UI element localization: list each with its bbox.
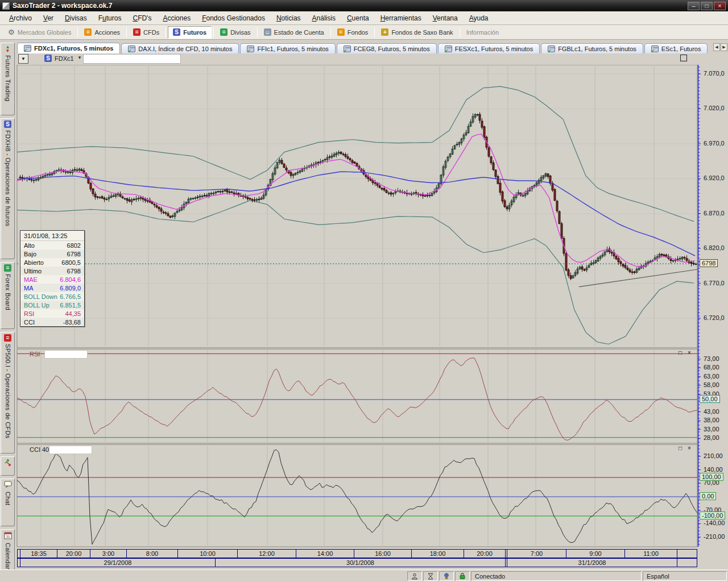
cci-close-button[interactable]: × bbox=[685, 445, 693, 452]
tab-label: FGBLc1, Futuros, 5 minutos bbox=[558, 45, 636, 52]
sidebar-item-darts-icon[interactable] bbox=[1, 456, 15, 476]
sidebar-item-chat[interactable]: Chat bbox=[1, 479, 15, 526]
axis-tick-label: 6.770,0 bbox=[704, 280, 728, 286]
info-label: MA bbox=[24, 285, 34, 292]
info-box-row: CCI-83,68 bbox=[20, 318, 84, 326]
cci-level-box: 0,00 bbox=[700, 492, 716, 500]
chart-window-icon: ✓ bbox=[247, 45, 254, 52]
symbol-input[interactable] bbox=[83, 54, 181, 64]
close-button[interactable]: × bbox=[714, 2, 726, 10]
toolbar-separator bbox=[330, 27, 331, 38]
forex-board-icon: = bbox=[4, 264, 11, 272]
rsi-settings-input[interactable] bbox=[44, 350, 88, 359]
sidebar-item-sp500-i-operaciones-de-cfds[interactable]: =SP500.I - Operaciones de CFDs bbox=[1, 332, 15, 454]
symbol-label[interactable]: FDXc1 bbox=[55, 55, 74, 62]
tab-scroll-right-button[interactable]: ▶ bbox=[721, 43, 727, 51]
menu-item-divisas[interactable]: Divisas bbox=[59, 13, 93, 24]
toolbar-button-mercados-globales[interactable]: ⚙Mercados Globales bbox=[3, 26, 76, 39]
chart-plot-area[interactable] bbox=[16, 65, 701, 548]
toolbar-button-acciones[interactable]: =Acciones bbox=[80, 26, 125, 39]
toolbar-button-label: Divisas bbox=[230, 29, 250, 36]
toolbar-button-label: Mercados Globales bbox=[18, 29, 72, 36]
tab-scroll-left-button[interactable]: ◀ bbox=[713, 43, 720, 51]
tab-fdxc1[interactable]: ✓FDXc1, Futuros, 5 minutos bbox=[17, 43, 120, 53]
cci-level-box: -100,00 bbox=[700, 512, 725, 519]
chart-info-box: 31/01/08, 13:25Alto6802Bajo6798Abierto68… bbox=[20, 230, 85, 327]
menu-item-cfd-s[interactable]: CFD's bbox=[127, 13, 157, 24]
time-axis-cell: 9:00 bbox=[566, 549, 624, 558]
network-status-cell bbox=[439, 571, 454, 581]
menu-item-acciones[interactable]: Acciones bbox=[157, 13, 196, 24]
menu-item-an-lisis[interactable]: Análisis bbox=[307, 13, 341, 24]
toolbar-button-informaci-n[interactable]: Información bbox=[462, 26, 503, 39]
sidebar-item-futures-trading[interactable]: ▲▼Futures Trading bbox=[1, 43, 15, 115]
info-box-row: BOLL Down6.766,5 bbox=[20, 292, 84, 301]
sidebar-item-label: Forex Board bbox=[5, 274, 11, 310]
menu-item-ver[interactable]: Ver bbox=[38, 13, 59, 24]
tab-fgblc1[interactable]: ✓FGBLc1, Futuros, 5 minutos bbox=[541, 43, 643, 53]
last-price-box: 6798 bbox=[700, 259, 718, 267]
toolbar-separator bbox=[166, 27, 166, 38]
menu-item-cuenta[interactable]: Cuenta bbox=[341, 13, 375, 24]
menu-bar: ArchivoVerDivisasFuturosCFD'sAccionesFon… bbox=[0, 11, 728, 25]
menu-item-ayuda[interactable]: Ayuda bbox=[464, 13, 494, 24]
toolbar-separator bbox=[213, 27, 214, 38]
toolbar-button-label: Acciones bbox=[94, 29, 120, 36]
user-status-cell bbox=[407, 571, 422, 581]
toolbar-button-divisas[interactable]: =Divisas bbox=[216, 26, 255, 39]
toolbar-button-estado-de-cuenta[interactable]: ☺Estado de Cuenta bbox=[259, 26, 329, 39]
axis-tick-label: 28,00 bbox=[704, 434, 728, 441]
menu-item-futuros[interactable]: Futuros bbox=[93, 13, 127, 24]
toolbar-button-label: Estado de Cuenta bbox=[274, 29, 324, 36]
rsi-close-button[interactable]: × bbox=[685, 350, 693, 357]
sidebar-item-fdxh8-operaciones-de-futuros[interactable]: SFDXH8 - Operaciones de futuros bbox=[1, 118, 15, 259]
calendar-icon: 31 bbox=[4, 531, 12, 541]
menu-item-ventana[interactable]: Ventana bbox=[427, 13, 464, 24]
chart-dropdown-button[interactable]: ▼ bbox=[18, 54, 28, 64]
axis-tick-label: 63,00 bbox=[704, 373, 728, 380]
tab-fceg8[interactable]: ✓FCEG8, Futuros, 5 minutos bbox=[337, 43, 437, 53]
sidebar-item-calendario[interactable]: 31Calendario bbox=[1, 529, 15, 572]
sidebar-item-forex-board[interactable]: =Forex Board bbox=[1, 262, 15, 329]
menu-item-noticias[interactable]: Noticias bbox=[271, 13, 307, 24]
application-window: SaxoTrader 2 - workspace.ok.7 – □ × Arch… bbox=[0, 0, 728, 582]
axis-tick-label: 33,00 bbox=[704, 426, 728, 433]
rsi-pane-label: RSI bbox=[30, 351, 40, 357]
toolbar-separator bbox=[374, 27, 375, 38]
tab-fesxc1[interactable]: ✓FESXc1, Futuros, 5 minutos bbox=[438, 43, 540, 53]
info-value: 6800,5 bbox=[61, 259, 81, 266]
menu-item-herramientas[interactable]: Herramientas bbox=[375, 13, 427, 24]
toolbar-button-futuros[interactable]: SFuturos bbox=[168, 26, 212, 39]
axis-tick-label: 6.970,0 bbox=[704, 140, 728, 147]
axis-tick-label: 43,00 bbox=[704, 408, 728, 415]
menu-item-archivo[interactable]: Archivo bbox=[3, 13, 38, 24]
info-box-row: Bajo6798 bbox=[20, 250, 84, 258]
tab-dax-i[interactable]: ✓DAX.I, Índice de CFD, 10 minutos bbox=[121, 43, 239, 53]
menu-item-fondos-gestionados[interactable]: Fondos Gestionados bbox=[196, 13, 271, 24]
time-axis-cell bbox=[677, 549, 697, 558]
symbol-caret-icon[interactable]: ▼ bbox=[77, 55, 82, 60]
cci-maximize-button[interactable]: □ bbox=[676, 445, 684, 452]
info-label: BOLL Up bbox=[24, 302, 49, 309]
document-tabstrip: ✓FDXc1, Futuros, 5 minutos✓DAX.I, Índice… bbox=[17, 43, 712, 53]
main-toolbar: ⚙Mercados Globales=Acciones=CFDsSFuturos… bbox=[0, 25, 728, 40]
toolbar-button-label: Fondos bbox=[348, 29, 369, 36]
chart-maximize-icon[interactable] bbox=[680, 55, 687, 61]
restore-button[interactable]: □ bbox=[701, 2, 713, 10]
account-icon: ☺ bbox=[264, 28, 271, 36]
security-status-cell bbox=[455, 571, 470, 581]
tab-esc1[interactable]: ✓ESc1, Futuros bbox=[644, 43, 708, 53]
cci-settings-input[interactable] bbox=[49, 446, 92, 454]
chart-canvas bbox=[16, 65, 701, 548]
tab-ffic1[interactable]: ✓FFIc1, Futuros, 5 minutos bbox=[240, 43, 335, 53]
chat-icon bbox=[4, 481, 12, 489]
sidebar-item-label: Chat bbox=[5, 492, 11, 505]
axis-tick-label: 58,00 bbox=[704, 381, 728, 388]
toolbar-button-cfds[interactable]: =CFDs bbox=[129, 26, 164, 39]
toolbar-button-fondos[interactable]: =Fondos bbox=[333, 26, 373, 39]
toolbar-button-fondos-de-saxo-bank[interactable]: +Fondos de Saxo Bank bbox=[377, 26, 457, 39]
toolbar-button-label: CFDs bbox=[143, 29, 159, 36]
info-value: 6.804,6 bbox=[60, 276, 81, 283]
minimize-button[interactable]: – bbox=[688, 2, 700, 10]
rsi-maximize-button[interactable]: □ bbox=[676, 350, 684, 357]
